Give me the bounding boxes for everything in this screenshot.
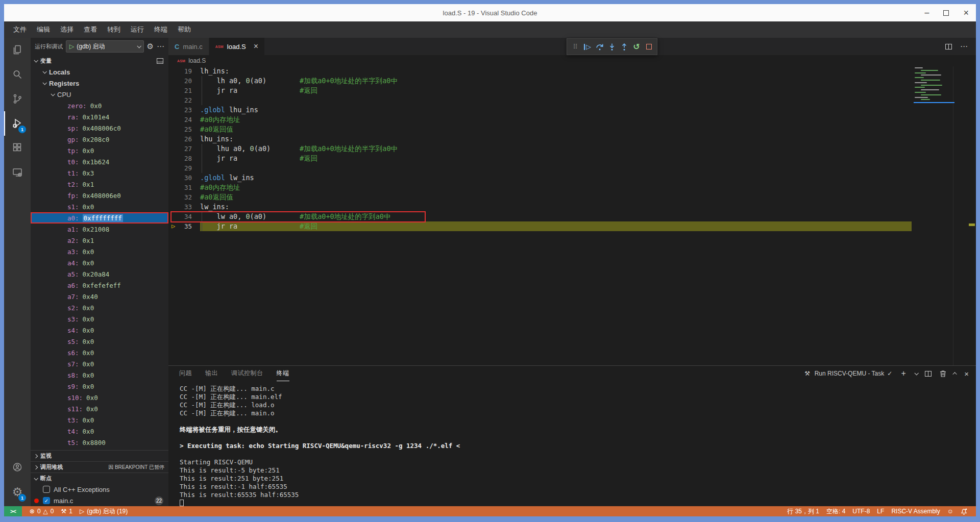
editor-more-actions-icon[interactable]: ⋯ [960, 42, 968, 51]
watch-header[interactable]: 监视 [31, 451, 168, 461]
register-row-a4[interactable]: a4:0x0 [31, 257, 168, 268]
register-row-t2[interactable]: t2:0x1 [31, 179, 168, 190]
menu-item[interactable]: 转到 [102, 23, 126, 36]
register-row-s7[interactable]: s7:0x0 [31, 358, 168, 369]
close-window-icon[interactable]: × [963, 8, 969, 18]
menu-item[interactable]: 文件 [8, 23, 32, 36]
step-into-icon[interactable] [606, 40, 618, 54]
split-terminal-icon[interactable] [925, 371, 932, 377]
settings-gear-icon[interactable]: ⚙ 1 [4, 480, 31, 504]
eol-status[interactable]: LF [873, 508, 888, 515]
code-line-35[interactable]: 35▷ jr ra #返回 [168, 221, 912, 231]
register-row-s9[interactable]: s9:0x0 [31, 381, 168, 392]
register-row-t5[interactable]: t5:0x8800 [31, 437, 168, 448]
problems-status[interactable]: ⊗ 0 △ 0 [26, 508, 58, 515]
register-row-s2[interactable]: s2:0x0 [31, 302, 168, 313]
close-panel-icon[interactable]: × [964, 369, 969, 378]
code-line-30[interactable]: 30.globl lw_ins [168, 173, 912, 183]
register-row-a7[interactable]: a7:0x40 [31, 291, 168, 302]
register-row-s1[interactable]: s1:0x0 [31, 201, 168, 212]
remote-explorer-icon[interactable] [4, 160, 31, 185]
restart-icon[interactable]: ↺ [631, 40, 642, 54]
register-row-t0[interactable]: t0:0x1b624 [31, 156, 168, 167]
menu-item[interactable]: 查看 [79, 23, 102, 36]
open-panel-icon[interactable] [157, 58, 163, 64]
encoding-status[interactable]: UTF-8 [849, 508, 873, 515]
tree-item-registers[interactable]: Registers [31, 78, 168, 89]
code-line-26[interactable]: 26lhu_ins: [168, 134, 912, 144]
tree-item-locals[interactable]: Locals [31, 66, 168, 78]
menu-item[interactable]: 终端 [149, 23, 173, 36]
explorer-icon[interactable] [4, 38, 31, 62]
running-tasks-status[interactable]: ⚒ 1 [58, 508, 76, 515]
new-terminal-icon[interactable]: + [899, 369, 908, 378]
breakpoint-file-row[interactable]: ✓ main.c 22 [31, 495, 168, 506]
register-row-tp[interactable]: tp:0x0 [31, 145, 168, 156]
code-line-21[interactable]: 21 jr ra #返回 [168, 86, 912, 95]
panel-tab[interactable]: 终端 [277, 366, 289, 381]
step-out-icon[interactable] [619, 40, 630, 54]
account-icon[interactable] [4, 455, 31, 480]
kill-terminal-icon[interactable] [939, 369, 947, 378]
register-row-gp[interactable]: gp:0x208c0 [31, 134, 168, 145]
language-mode-status[interactable]: RISC-V Assembly [888, 508, 943, 515]
terminal-output[interactable]: CC -[M] 正在构建... main.cCC -[M] 正在构建... ma… [168, 381, 976, 506]
maximize-icon[interactable] [943, 10, 949, 16]
tab-main-c[interactable]: C main.c [168, 38, 209, 55]
feedback-smiley-icon[interactable]: ☺ [944, 508, 957, 515]
maximize-panel-icon[interactable] [953, 372, 957, 376]
callstack-header[interactable]: 调用堆栈 因 BREAKPOINT 已暂停 [31, 462, 168, 473]
code-line-19[interactable]: 19lh_ins: [168, 66, 912, 76]
remote-indicator[interactable]: >< [4, 506, 22, 516]
breakpoint-exceptions-row[interactable]: All C++ Exceptions [31, 484, 168, 495]
code-line-33[interactable]: 33lw_ins: [168, 202, 912, 212]
minimize-icon[interactable]: – [925, 10, 929, 15]
menu-item[interactable]: 编辑 [32, 23, 55, 36]
code-line-24[interactable]: 24#a0内存地址 [168, 115, 912, 125]
register-row-s11[interactable]: s11:0x0 [31, 403, 168, 414]
start-debug-icon[interactable]: ▷ [69, 43, 74, 50]
panel-tab[interactable]: 调试控制台 [231, 366, 263, 381]
code-line-25[interactable]: 25#a0返回值 [168, 125, 912, 134]
run-and-debug-icon[interactable]: 1 [4, 111, 31, 136]
register-row-a3[interactable]: a3:0x0 [31, 246, 168, 257]
code-editor[interactable]: 19lh_ins:20 lh a0, 0(a0) #加载a0+0地址处的半字到a… [168, 66, 976, 365]
variables-header[interactable]: 变量 [31, 55, 168, 66]
menu-item[interactable]: 运行 [126, 23, 149, 36]
toolbar-drag-handle[interactable]: ⠿ [570, 40, 581, 54]
register-row-sp[interactable]: sp:0x408006c0 [31, 122, 168, 134]
indentation-status[interactable]: 空格: 4 [823, 507, 849, 516]
register-row-s3[interactable]: s3:0x0 [31, 313, 168, 325]
code-line-29[interactable]: 29 [168, 163, 912, 173]
launch-config-dropdown[interactable]: ▷ (gdb) 启动 [66, 40, 144, 53]
source-control-icon[interactable] [4, 87, 31, 111]
register-row-t1[interactable]: t1:0x3 [31, 167, 168, 179]
register-row-s4[interactable]: s4:0x0 [31, 325, 168, 336]
register-row-ra[interactable]: ra:0x101e4 [31, 111, 168, 122]
register-row-a2[interactable]: a2:0x1 [31, 235, 168, 246]
debug-settings-gear-icon[interactable]: ⚙ [147, 42, 154, 51]
close-tab-icon[interactable]: × [254, 42, 258, 51]
breakpoints-header[interactable]: 断点 [31, 473, 168, 484]
code-line-22[interactable]: 22 [168, 95, 912, 105]
register-row-s6[interactable]: s6:0x0 [31, 347, 168, 358]
continue-icon[interactable]: ▷ [582, 40, 593, 54]
tree-item-cpu[interactable]: CPU [31, 89, 168, 100]
breadcrumb[interactable]: ASM load.S [168, 55, 976, 66]
exceptions-checkbox[interactable] [43, 486, 50, 493]
terminal-dropdown-icon[interactable] [915, 371, 919, 375]
code-line-28[interactable]: 28 jr ra #返回 [168, 154, 912, 163]
debug-more-actions-icon[interactable]: ⋯ [157, 42, 164, 51]
stop-icon[interactable] [643, 40, 654, 54]
debug-session-status[interactable]: ▷ (gdb) 启动 (19) [76, 507, 131, 516]
file-breakpoint-checkbox[interactable]: ✓ [43, 497, 50, 504]
search-icon[interactable] [4, 62, 31, 87]
code-line-31[interactable]: 31#a0内存地址 [168, 183, 912, 192]
notifications-bell-icon[interactable] [957, 508, 971, 515]
register-row-a1[interactable]: a1:0x21008 [31, 223, 168, 235]
register-row-s10[interactable]: s10:0x0 [31, 392, 168, 403]
menu-item[interactable]: 帮助 [173, 23, 196, 36]
register-row-a6[interactable]: a6:0xfefefeff [31, 280, 168, 291]
panel-tab[interactable]: 输出 [205, 366, 218, 381]
step-over-icon[interactable] [594, 40, 605, 54]
